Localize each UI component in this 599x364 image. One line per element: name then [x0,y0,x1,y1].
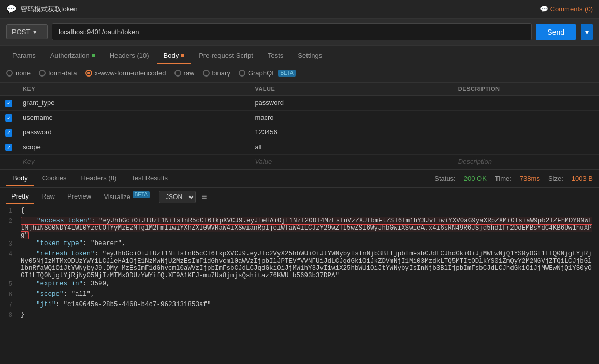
table-placeholder-row: Key Value Description [0,155,599,169]
resp-tab-testresults[interactable]: Test Results [125,171,174,186]
send-button[interactable]: Send [536,24,576,40]
checkbox-grant-type[interactable]: ✓ [5,100,12,107]
tab-prerequest[interactable]: Pre-request Script [193,49,259,64]
radio-formdata-label: form-data [48,69,77,77]
radio-raw-label: raw [184,69,195,77]
radio-none[interactable]: none [6,69,31,77]
tab-tests-label: Tests [268,52,283,59]
placeholder-key[interactable]: Key [18,155,250,169]
resp-tab-cookies[interactable]: Cookies [36,171,73,186]
line-content: { [21,207,599,214]
key-username[interactable]: username [18,110,250,125]
wrap-icon[interactable]: ≡ [202,192,207,202]
value-grant-type[interactable]: password [250,96,452,111]
authorization-dot [92,54,95,57]
line-content: "refresh_token": "eyJhbGciOiJIUzI1NiIsIn… [21,250,599,279]
desc-scope[interactable] [453,140,599,155]
radio-circle-urlencoded [85,70,92,77]
checkbox-scope[interactable]: ✓ [5,144,12,151]
key-password[interactable]: password [18,125,250,140]
comments-button[interactable]: 💬 Comments (0) [540,5,593,13]
line-content: "jti": "c1a0645a-28b5-4468-b4c7-96231318… [21,301,599,308]
status-label: Status: [434,175,455,183]
radio-none-label: none [16,69,31,77]
url-bar: POST ▾ Send ▾ [0,19,599,46]
radio-raw[interactable]: raw [174,69,195,77]
th-checkbox [0,83,18,96]
format-row: Pretty Raw Preview Visualize BETA JSON X… [0,188,599,206]
line-number: 3 [0,240,21,248]
radio-urlencoded[interactable]: x-www-form-urlencoded [85,69,166,77]
line-number: 7 [0,301,21,309]
line-number: 6 [0,291,21,298]
checkbox-password[interactable]: ✓ [5,129,12,136]
th-value: VALUE [250,83,452,96]
fmt-tab-preview[interactable]: Preview [62,190,96,204]
line-number: 1 [0,207,21,215]
line-content: } [21,311,599,318]
json-response-area[interactable]: 1{2 "access_token": "eyJhbGciOiJIUzI1NiI… [0,206,599,320]
tab-authorization[interactable]: Authorization [44,49,101,64]
tab-body[interactable]: Body [157,49,191,64]
desc-grant-type[interactable] [453,96,599,111]
status-value: 200 OK [464,175,487,183]
send-arrow-button[interactable]: ▾ [581,24,593,40]
radio-binary[interactable]: binary [203,69,230,77]
key-scope[interactable]: scope [18,140,250,155]
tab-settings-label: Settings [298,52,322,59]
placeholder-value[interactable]: Value [250,155,452,169]
table-row: ✓ scope all [0,140,599,155]
url-input[interactable] [52,23,532,40]
tab-tests[interactable]: Tests [261,49,289,64]
method-select[interactable]: POST ▾ [6,24,48,39]
desc-password[interactable] [453,125,599,140]
json-line: 4 "refresh_token": "eyJhbGciOiJIUzI1NiIs… [0,250,599,280]
comment-icon: 💬 [540,5,548,13]
radio-circle-none [6,70,13,77]
radio-graphql-label: GraphQL [248,69,275,77]
value-username[interactable]: macro [250,110,452,125]
chat-icon: 💬 [6,4,17,14]
json-line: 6 "scope": "all", [0,290,599,300]
line-content: "scope": "all", [21,291,599,298]
desc-username[interactable] [453,110,599,125]
th-key: KEY [18,83,250,96]
tab-body-label: Body [164,52,179,59]
placeholder-desc[interactable]: Description [453,155,599,169]
table-row: ✓ username macro [0,110,599,125]
fmt-tab-pretty[interactable]: Pretty [6,190,34,204]
line-number: 8 [0,311,21,319]
tab-settings[interactable]: Settings [291,49,328,64]
radio-urlencoded-label: x-www-form-urlencoded [95,69,166,77]
resp-tab-headers[interactable]: Headers (8) [75,171,123,186]
radio-graphql[interactable]: GraphQL BETA [239,69,296,77]
radio-circle-graphql [239,70,245,77]
size-value: 1003 B [572,175,593,183]
radio-circle-raw [174,70,181,77]
json-line: 1{ [0,206,599,217]
key-grant-type[interactable]: grant_type [18,96,250,111]
checkbox-username[interactable]: ✓ [5,114,12,122]
line-number: 5 [0,280,21,288]
format-select[interactable]: JSON XML HTML Text [159,191,196,203]
table-row: ✓ grant_type password [0,96,599,111]
line-content: "token_type": "bearer", [21,240,599,247]
line-number: 4 [0,250,21,258]
resp-tab-body[interactable]: Body [6,171,34,186]
fmt-tab-raw[interactable]: Raw [36,190,60,204]
value-scope[interactable]: all [250,140,452,155]
title-bar-left: 💬 密码模式获取token [6,4,78,14]
tab-prerequest-label: Pre-request Script [199,52,253,59]
radio-binary-label: binary [212,69,230,77]
fmt-tab-visualize[interactable]: Visualize BETA [98,189,155,204]
json-line: 2 "access_token": "eyJhbGciOiJIUzI1NiIsI… [0,217,599,239]
value-password[interactable]: 123456 [250,125,452,140]
json-line: 5 "expires_in": 3599, [0,280,599,290]
tab-headers[interactable]: Headers (10) [104,49,155,64]
radio-formdata[interactable]: form-data [39,69,77,77]
response-status: Status: 200 OK Time: 738ms Size: 1003 B [434,175,593,183]
tab-params[interactable]: Params [6,49,42,64]
table-header-row: KEY VALUE DESCRIPTION [0,83,599,96]
time-label: Time: [495,175,512,183]
body-dot [181,54,184,57]
